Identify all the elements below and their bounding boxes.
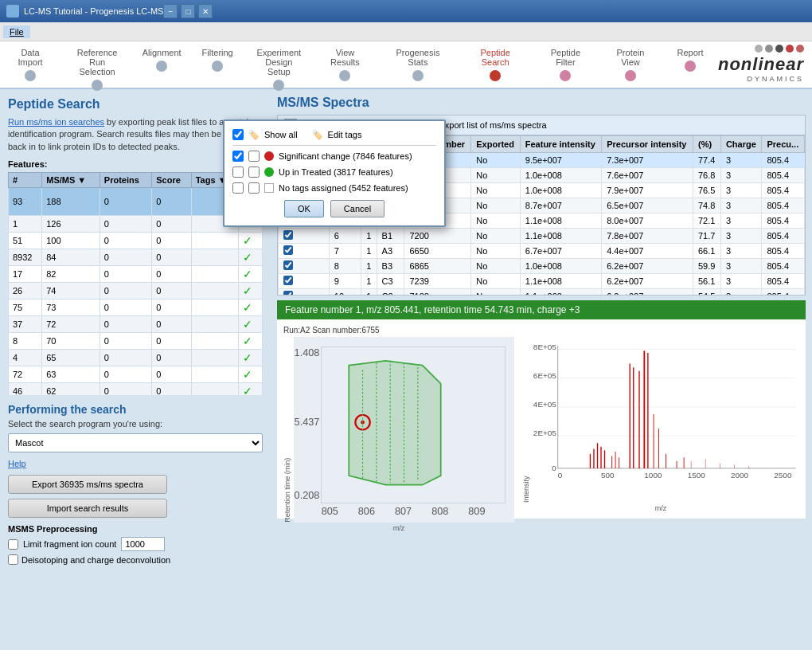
table-row[interactable]: 5110000✓ <box>9 233 263 249</box>
svg-text:806: 806 <box>358 506 375 517</box>
svg-text:807: 807 <box>395 506 412 517</box>
col-msms[interactable]: MS/MS ▼ <box>42 173 100 188</box>
limit-fragment-label: Limit fragment ion count <box>23 539 116 549</box>
nav-dot-peptide-search <box>490 70 501 81</box>
table-row[interactable]: 91C37239No1.1e+0086.2e+00756.13805.4 <box>279 274 805 289</box>
ok-button[interactable]: OK <box>284 200 324 217</box>
minimize-button[interactable]: − <box>163 4 178 18</box>
nav-dot-reference-run <box>92 80 103 91</box>
preprocess-title: MSMS Preprocessing <box>8 524 263 534</box>
col-prec-int[interactable]: Precursor intensity <box>602 136 693 153</box>
title-bar-title: LC-MS Tutorial - Progenesis LC-MS <box>24 6 163 16</box>
nav-reference-run[interactable]: Reference RunSelection <box>61 45 134 97</box>
overlay-showall-checkbox[interactable] <box>232 129 244 140</box>
export-spectra-button[interactable]: Export 36935 ms/ms spectra <box>8 475 167 494</box>
col-num[interactable]: # <box>9 173 42 188</box>
import-results-button[interactable]: Import search results <box>8 499 167 518</box>
nav-report[interactable]: Report <box>662 45 718 78</box>
nav-peptide-filter[interactable]: Peptide Filter <box>533 45 599 88</box>
table-row[interactable]: 178200✓ <box>9 266 263 283</box>
table-row[interactable]: 267400✓ <box>9 283 263 300</box>
nav-dot-report <box>685 61 696 72</box>
search-program-select[interactable]: Mascot Sequest OMSSA <box>8 433 263 452</box>
nav-peptide-search[interactable]: Peptide Search <box>458 45 532 88</box>
close-button[interactable]: ✕ <box>198 4 213 18</box>
col-proteins[interactable]: Proteins <box>100 173 151 188</box>
table-row[interactable]: 87000✓ <box>9 333 263 350</box>
table-row[interactable]: 101C27188No1.1e+0086.0e+00754.53805.4 <box>279 289 805 296</box>
col-score[interactable]: Score <box>152 173 191 188</box>
limit-fragment-row: Limit fragment ion count <box>8 537 263 551</box>
edit-tags-label[interactable]: Edit tags <box>328 130 362 139</box>
performing-desc: Select the search program you're using: <box>8 419 263 429</box>
significant-label: Significant change (7846 features) <box>279 151 412 161</box>
col-precu[interactable]: Precu... <box>762 136 805 153</box>
table-row[interactable]: 71A36650No6.7e+0074.4e+00766.13805.4 <box>279 244 805 259</box>
show-all-icon: 🏷️ <box>248 130 260 140</box>
overlay-divider <box>232 145 436 146</box>
table-row[interactable]: 466200✓ <box>9 383 263 396</box>
table-row[interactable]: 726300✓ <box>9 366 263 383</box>
nav-dot-view-results <box>339 70 350 81</box>
col-pct[interactable]: (%) <box>693 136 720 153</box>
overlay-no-tags-row: No tags assigned (5452 features) <box>232 182 436 194</box>
no-tags-checkbox-outer[interactable] <box>232 182 244 194</box>
svg-text:1000: 1000 <box>644 471 662 480</box>
up-treated-checkbox-inner[interactable] <box>248 166 260 178</box>
nav-data-import[interactable]: Data Import <box>0 45 61 88</box>
table-row[interactable]: 81B36865No1.0e+0086.2e+00759.93805.4 <box>279 259 805 274</box>
limit-fragment-checkbox[interactable] <box>8 539 18 550</box>
overlay-significant-row: Significant change (7846 features) <box>232 151 436 162</box>
nav-filtering[interactable]: Filtering <box>189 45 245 78</box>
col-charge[interactable]: Charge <box>720 136 762 153</box>
app-icon <box>6 5 19 18</box>
no-tags-label: No tags assigned (5452 features) <box>279 183 408 193</box>
title-bar-buttons: − □ ✕ <box>163 4 213 18</box>
overlay-top-row: 🏷️ Show all 🏷️ Edit tags <box>232 129 436 140</box>
table-row[interactable]: 757300✓ <box>9 300 263 316</box>
significant-change-checkbox[interactable] <box>232 151 244 162</box>
no-tags-checkbox-inner[interactable] <box>248 182 260 194</box>
no-tags-box <box>264 183 274 193</box>
nav-view-results[interactable]: View Results <box>313 45 378 88</box>
brand-dot-5 <box>796 45 804 53</box>
run-msms-link[interactable]: Run ms/ms ion searches <box>8 117 104 127</box>
significant-inner-checkbox[interactable] <box>248 151 260 162</box>
limit-fragment-input[interactable] <box>121 537 165 551</box>
left-chart-with-axis: Retention time (min) 51.408 55.437 60.20… <box>283 337 514 523</box>
help-link[interactable]: Help <box>8 459 263 468</box>
col-feat-int[interactable]: Feature intensity <box>520 136 601 153</box>
deisotoping-label: Deisotoping and charge deconvolution <box>21 555 170 565</box>
table-row[interactable]: 61B17200No1.1e+0087.8e+00771.73805.4 <box>279 229 805 244</box>
nav-experiment-design[interactable]: ExperimentDesign Setup <box>245 45 312 97</box>
restore-button[interactable]: □ <box>181 4 195 18</box>
right-chart-with-axis: Intensity 8E+05 6E+05 4E+05 <box>522 326 799 503</box>
up-treated-checkbox-outer[interactable] <box>232 166 244 178</box>
file-menu[interactable]: File <box>3 25 30 38</box>
svg-text:2500: 2500 <box>774 471 792 480</box>
overlay-buttons: OK Cancel <box>232 200 436 217</box>
svg-text:809: 809 <box>468 506 485 517</box>
table-row[interactable]: 377200✓ <box>9 316 263 333</box>
brand-logo: nonlinear DYNAMICS <box>718 45 804 83</box>
svg-text:1500: 1500 <box>688 471 706 480</box>
svg-text:4E+05: 4E+05 <box>533 400 556 409</box>
nav-alignment[interactable]: Alignment <box>134 45 189 78</box>
deisotoping-checkbox[interactable] <box>8 554 18 565</box>
show-all-label[interactable]: Show all <box>264 130 298 139</box>
col-exported[interactable]: Exported <box>471 136 521 153</box>
brand-dot-1 <box>755 45 763 53</box>
right-panel-title: MS/MS Spectra <box>277 96 806 110</box>
feature-section: Feature number 1, m/z 805.441, retention… <box>277 300 806 519</box>
brand-name: nonlinear <box>718 54 804 75</box>
brand-dot-4 <box>786 45 794 53</box>
left-chart-y-axis-label: Retention time (min) <box>283 337 291 523</box>
cancel-button[interactable]: Cancel <box>330 200 385 217</box>
nav-protein-view[interactable]: Protein View <box>599 45 662 88</box>
nav-dot-alignment <box>156 61 167 72</box>
search-program-container: Mascot Sequest OMSSA <box>8 433 263 452</box>
table-row[interactable]: 46500✓ <box>9 350 263 366</box>
svg-text:0: 0 <box>552 464 556 472</box>
table-row[interactable]: 89328400✓ <box>9 249 263 266</box>
nav-progenesis-stats[interactable]: Progenesis Stats <box>377 45 458 88</box>
